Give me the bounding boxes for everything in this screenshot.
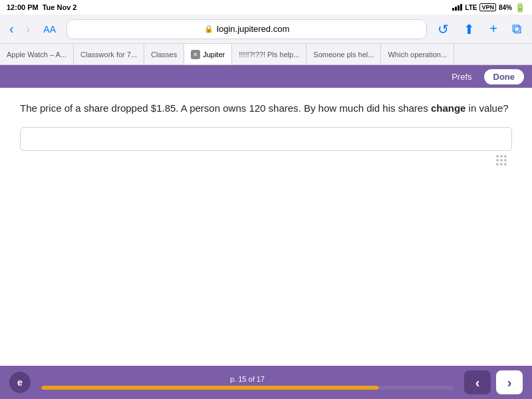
dots-grid-icon: [20, 151, 512, 171]
progress-section: p. 15 of 17: [31, 375, 464, 390]
battery-percent: 84%: [499, 4, 512, 11]
tabs-overview-button[interactable]: ⧉: [508, 20, 525, 38]
next-page-button[interactable]: ›: [496, 370, 523, 394]
tab-apple-watch[interactable]: Apple Watch – A...: [0, 44, 74, 65]
tab-label: !!!!!?!??! Pls help...: [239, 51, 299, 59]
tab-label: Someone pls hel...: [313, 51, 374, 59]
tabs-bar: Apple Watch – A... Classwork for 7... Cl…: [0, 44, 532, 65]
progress-fill: [41, 386, 379, 390]
tab-label: Jupiter: [203, 51, 225, 59]
tab-label: Which operation...: [388, 51, 447, 59]
tab-classes[interactable]: Classes: [144, 44, 184, 65]
battery-icon: 🔋: [515, 3, 525, 13]
tab-close-icon[interactable]: ✕: [191, 50, 200, 59]
tab-label: Apple Watch – A...: [7, 51, 66, 59]
signal-bars-icon: [452, 4, 462, 11]
forward-button[interactable]: ›: [23, 20, 33, 38]
tab-label: Classwork for 7...: [80, 51, 137, 59]
reader-mode-button[interactable]: AA: [39, 23, 60, 36]
main-content: The price of a share dropped $1.85. A pe…: [0, 88, 532, 350]
lock-icon: 🔒: [204, 25, 213, 33]
progress-bar: [41, 386, 454, 390]
tab-operation[interactable]: Which operation...: [381, 44, 454, 65]
question-text-before: The price of a share dropped $1.85. A pe…: [20, 102, 431, 114]
status-date: Tue Nov 2: [43, 3, 77, 11]
purple-toolbar: Prefs Done: [0, 65, 532, 88]
reload-button[interactable]: ↺: [434, 20, 453, 39]
prefs-button[interactable]: Prefs: [446, 69, 477, 84]
address-text: login.jupitered.com: [217, 24, 289, 34]
tab-help1[interactable]: !!!!!?!??! Pls help...: [232, 44, 307, 65]
content-spacer: [20, 171, 512, 337]
lte-label: LTE: [465, 4, 477, 11]
share-button[interactable]: ⬆: [460, 20, 479, 39]
progress-remaining: [379, 386, 454, 390]
status-right: LTE VPN 84% 🔋: [452, 3, 525, 13]
status-bar: 12:00 PM Tue Nov 2 LTE VPN 84% 🔋: [0, 0, 532, 15]
address-bar[interactable]: 🔒 login.jupitered.com: [66, 19, 427, 39]
status-left: 12:00 PM Tue Nov 2: [7, 3, 76, 11]
question-text: The price of a share dropped $1.85. A pe…: [20, 101, 512, 116]
question-bold-text: change: [431, 102, 466, 114]
answer-input[interactable]: [20, 127, 512, 151]
prev-page-button[interactable]: ‹: [464, 370, 491, 394]
tab-classwork[interactable]: Classwork for 7...: [74, 44, 144, 65]
progress-label: p. 15 of 17: [230, 375, 265, 383]
nav-arrows: ‹ ›: [464, 370, 523, 394]
vpn-badge: VPN: [479, 3, 496, 11]
browser-chrome: ‹ › AA 🔒 login.jupitered.com ↺ ⬆ + ⧉: [0, 15, 532, 44]
back-button[interactable]: ‹: [7, 20, 17, 38]
done-button[interactable]: Done: [484, 69, 525, 84]
bottom-bar: e p. 15 of 17 ‹ ›: [0, 366, 532, 399]
add-tab-button[interactable]: +: [485, 20, 501, 38]
tab-label: Classes: [151, 51, 177, 59]
app-logo: e: [9, 372, 31, 393]
logo-text: e: [17, 377, 23, 388]
tab-help2[interactable]: Someone pls hel...: [307, 44, 381, 65]
question-text-after: in value?: [466, 102, 508, 114]
status-time: 12:00 PM: [7, 3, 39, 11]
tab-jupiter[interactable]: ✕ Jupiter: [184, 44, 232, 65]
